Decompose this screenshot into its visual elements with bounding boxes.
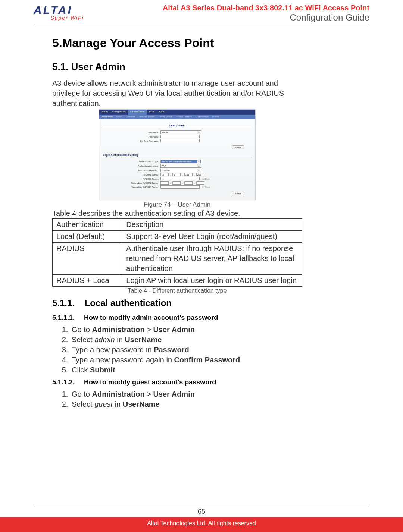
username-select: admin⌄ [160, 130, 202, 134]
th-description: Description [122, 219, 302, 231]
auth-mode-label: Authentication Mode: [103, 165, 159, 167]
table-description: Table 4 describes the authentication set… [52, 209, 302, 218]
step-bold: UserName [123, 400, 160, 408]
submit-button-2: Submit [232, 192, 244, 195]
auth-mode-select: PAP⌄ [160, 164, 202, 168]
chevron-down-icon: ⌄ [197, 169, 200, 172]
subtab-certificate: Certificate [124, 115, 137, 119]
tab-administration: Administration [128, 110, 147, 115]
cell-desc: Login AP with local user login or RADIUS… [122, 275, 302, 287]
header-title: Altai A3 Series Dual-band 3x3 802.11 ac … [163, 4, 369, 23]
password-input [160, 135, 200, 138]
auth-type-select: RADIUS+Local Authentication⌄ [160, 160, 202, 163]
h3-number: 5.1.1. [52, 298, 82, 308]
steps-list-b: Go to Administration > User Admin Select… [52, 389, 302, 409]
content: 5.Manage Your Access Point 5.1. User Adm… [0, 25, 336, 409]
step-bold: Submit [90, 366, 115, 374]
tab-configuration: Configuration [110, 110, 128, 115]
sec-secret-input [160, 185, 200, 189]
step-text: Select [72, 336, 94, 344]
confirm-password-input [160, 139, 200, 142]
step-text: > [145, 390, 153, 398]
ss-section-login-auth: Login Authentication Setting [103, 153, 252, 157]
username-label: UserName: [103, 131, 159, 133]
list-item: Select admin in UserName [70, 335, 302, 344]
step-bold: Administration [92, 325, 144, 334]
table-caption: Table 4 - Different authentication type [52, 287, 302, 294]
product-title: Altai A3 Series Dual-band 3x3 802.11 ac … [163, 4, 369, 12]
radius-ip-1: 10 [160, 173, 169, 176]
show-checkbox-1: ☐ Show [202, 178, 210, 180]
tab-status: Status [99, 110, 110, 115]
sec-ip-3 [184, 181, 193, 185]
h4b-title: How to modify guest account's password [84, 378, 216, 386]
step-text: Go to [72, 325, 92, 334]
list-item: Select guest in UserName [70, 399, 302, 409]
show-checkbox-2: ☐ Show [202, 186, 210, 188]
subtab-backup: Backup / Restore [174, 115, 194, 119]
table-row: RADIUS + Local Login AP with local user … [53, 275, 302, 287]
figure-caption: Figure 74 – User Admin [52, 201, 302, 208]
page-number: 65 [0, 506, 403, 517]
h4a-title: How to modify admin account's password [84, 314, 218, 321]
chevron-down-icon: ⌄ [197, 164, 200, 167]
th-authentication: Authentication [53, 219, 122, 231]
cell-desc: Support 3-level User Login (root/admin/g… [122, 231, 302, 243]
radius-ip-4: 206 [196, 173, 204, 176]
password-label: Password: [103, 136, 159, 138]
step-text: Click [72, 366, 90, 374]
logo-main: ALTAI [34, 4, 101, 16]
authentication-table: Authentication Description Local (Defaul… [52, 218, 302, 287]
cell-auth: Local (Default) [53, 231, 122, 243]
enc-value: Disabled [162, 169, 170, 171]
list-item: Type a new password again in Confirm Pas… [70, 355, 302, 365]
enc-label: Encryption Algorithm: [103, 169, 159, 171]
step-text: Type a new password again in [72, 356, 174, 364]
heading-1: 5.Manage Your Access Point [52, 36, 302, 50]
cell-desc: Authenticate user through RADIUS; if no … [122, 243, 302, 275]
step-bold: Administration [92, 390, 144, 398]
step-text: Go to [72, 390, 92, 398]
radius-secret-label: RADIUS Secret: [103, 178, 159, 180]
auth-type-value: RADIUS+Local Authentication [162, 160, 191, 163]
step-text: in [113, 400, 123, 408]
subtab-snmp: SNMP [115, 115, 124, 119]
sec-ip-4 [196, 181, 204, 185]
enc-select: Disabled⌄ [160, 169, 202, 172]
tab-about: About [156, 110, 167, 115]
sec-server-label: Secondary RADIUS Server: [103, 182, 159, 184]
step-bold: Confirm Password [174, 356, 240, 364]
subtab-license: License [210, 115, 221, 119]
show-label-2: Show [205, 186, 210, 188]
list-item: Go to Administration > User Admin [70, 389, 302, 399]
copyright-bar: Altai Technologies Ltd. All rights reser… [0, 517, 403, 532]
username-value: admin [162, 131, 168, 133]
radius-server-label: RADIUS Server: [103, 174, 159, 176]
subtab-factory: Factory Default [157, 115, 174, 119]
step-text: Select [72, 400, 94, 408]
sec-ip-2 [172, 181, 181, 185]
chevron-down-icon: ⌄ [197, 131, 200, 134]
logo: ALTAI Super WiFi [34, 4, 101, 21]
submit-button-1: Submit [232, 145, 244, 149]
heading-3: 5.1.1. Local authentication [52, 298, 302, 308]
confirm-password-label: Confirm Password: [103, 140, 159, 142]
list-item: Type a new password in Password [70, 345, 302, 355]
sec-secret-label: Secondary RADIUS Secret: [103, 186, 159, 188]
auth-mode-value: PAP [162, 165, 166, 167]
chevron-down-icon: ⌄ [197, 160, 200, 163]
radius-secret-input: ••• [160, 177, 200, 180]
sec-ip-1 [160, 181, 169, 185]
config-screenshot: Status Configuration Administration Tool… [99, 109, 256, 200]
steps-list-a: Go to Administration > User Admin Select… [52, 325, 302, 375]
tab-tools: Tools [147, 110, 156, 115]
auth-type-label: Authentication Type: [103, 160, 159, 163]
h4a-number: 5.1.1.1. [52, 314, 82, 322]
heading-4a: 5.1.1.1. How to modify admin account's p… [52, 314, 302, 322]
screenshot-figure: Status Configuration Administration Tool… [52, 109, 302, 200]
step-text: in [115, 336, 125, 344]
step-text: > [145, 325, 153, 334]
heading-4b: 5.1.1.2. How to modify guest account's p… [52, 378, 302, 386]
subtab-user-admin: User Admin [99, 115, 115, 119]
table-row: RADIUS Authenticate user through RADIUS;… [53, 243, 302, 275]
